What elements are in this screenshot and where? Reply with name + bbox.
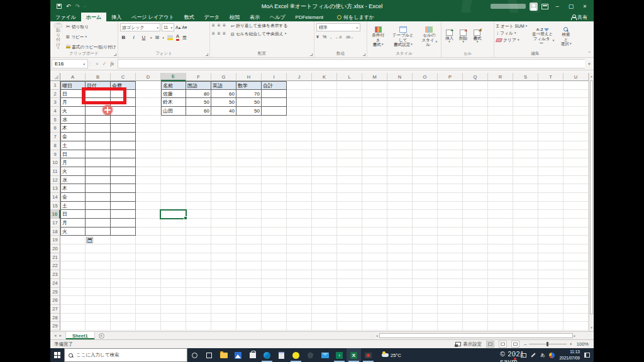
comma-style-button[interactable]: , <box>330 35 331 39</box>
cell-K24[interactable] <box>312 279 337 288</box>
cell-T16[interactable] <box>538 210 564 219</box>
cell-F15[interactable] <box>186 202 211 211</box>
color-circle-tray-icon[interactable] <box>549 353 555 358</box>
cell-L9[interactable] <box>337 150 362 159</box>
cell-O4[interactable] <box>413 107 438 116</box>
cell-E29[interactable] <box>161 322 186 331</box>
cell-H3[interactable]: 50 <box>236 98 262 107</box>
cell-F5[interactable] <box>186 116 211 124</box>
cell-T29[interactable] <box>538 322 564 331</box>
cell-I18[interactable] <box>262 228 287 236</box>
cell-K9[interactable] <box>312 150 337 159</box>
align-right-icon[interactable]: ≡ <box>223 31 226 36</box>
font-size-combobox[interactable]: 11 ▾ <box>162 23 174 31</box>
cell-H2[interactable]: 70 <box>236 90 262 99</box>
action-center-icon[interactable] <box>584 353 590 358</box>
cell-F17[interactable] <box>186 219 211 228</box>
cell-Q26[interactable] <box>463 296 488 305</box>
cell-T3[interactable] <box>538 98 564 107</box>
cell-D24[interactable] <box>136 279 161 288</box>
cell-N26[interactable] <box>387 296 413 305</box>
cell-A26[interactable] <box>60 296 86 305</box>
cell-L6[interactable] <box>337 124 362 133</box>
tab-file[interactable]: ファイル <box>50 13 81 21</box>
cell-R2[interactable] <box>488 90 513 99</box>
cell-N4[interactable] <box>387 107 413 116</box>
cell-D19[interactable] <box>136 236 161 244</box>
fill-button[interactable]: ↓ フィル ▾ <box>496 31 527 36</box>
cell-A29[interactable] <box>60 322 86 331</box>
mail-button[interactable] <box>318 348 332 362</box>
cell-K6[interactable] <box>312 124 337 133</box>
cell-M2[interactable] <box>362 90 387 99</box>
cell-P28[interactable] <box>438 314 463 322</box>
cell-F28[interactable] <box>186 314 211 322</box>
cell-F24[interactable] <box>186 279 211 288</box>
close-button[interactable]: × <box>580 3 590 9</box>
cell-C4[interactable] <box>111 107 136 116</box>
cell-B17[interactable] <box>86 219 111 228</box>
cell-K29[interactable] <box>312 322 337 331</box>
cell-E28[interactable] <box>161 314 186 322</box>
tab-review[interactable]: 校閲 <box>225 13 245 21</box>
cell-B11[interactable] <box>86 167 111 176</box>
cell-R27[interactable] <box>488 305 513 314</box>
zoom-in-button[interactable]: + <box>569 341 572 347</box>
cell-C12[interactable] <box>111 176 136 185</box>
cell-L18[interactable] <box>337 228 362 236</box>
cell-U8[interactable] <box>564 141 589 150</box>
cell-C17[interactable] <box>111 219 136 228</box>
cell-A7[interactable]: 金 <box>60 133 86 141</box>
cell-R18[interactable] <box>488 228 513 236</box>
cell-R14[interactable] <box>488 193 513 202</box>
save-icon[interactable] <box>57 4 62 9</box>
cell-D27[interactable] <box>136 305 161 314</box>
qat-customize-icon[interactable]: ▾ <box>84 4 86 8</box>
cell-S28[interactable] <box>513 314 538 322</box>
cell-K25[interactable] <box>312 288 337 297</box>
cell-E12[interactable] <box>161 176 186 185</box>
cell-N8[interactable] <box>387 141 413 150</box>
account-avatar[interactable] <box>530 3 538 11</box>
cell-U9[interactable] <box>564 150 589 159</box>
cell-J28[interactable] <box>287 314 312 322</box>
cell-Q18[interactable] <box>463 228 488 236</box>
cell-P11[interactable] <box>438 167 463 176</box>
cell-J21[interactable] <box>287 253 312 262</box>
cell-O28[interactable] <box>413 314 438 322</box>
wrap-text-button[interactable]: ↩ 折り返して全体を表示する <box>231 23 287 28</box>
cell-R26[interactable] <box>488 296 513 305</box>
cell-S10[interactable] <box>513 158 538 167</box>
row-header-18[interactable]: 18 <box>50 228 60 236</box>
cell-K13[interactable] <box>312 184 337 193</box>
cell-P23[interactable] <box>438 270 463 279</box>
cell-T25[interactable] <box>538 288 564 297</box>
cut-button[interactable]: ✂ 切り取り <box>66 25 116 30</box>
cell-A22[interactable] <box>60 261 86 270</box>
cell-O12[interactable] <box>413 176 438 185</box>
cell-P2[interactable] <box>438 90 463 99</box>
cell-B22[interactable] <box>86 261 111 270</box>
cell-Q19[interactable] <box>463 236 488 244</box>
cell-A14[interactable]: 金 <box>60 193 86 202</box>
cell-F14[interactable] <box>186 193 211 202</box>
cell-C11[interactable] <box>111 167 136 176</box>
collapse-ribbon-icon[interactable]: ⌃ <box>587 51 591 56</box>
tab-page-layout[interactable]: ページ レイアウト <box>126 13 179 21</box>
cell-F18[interactable] <box>186 228 211 236</box>
photos-button[interactable] <box>231 348 245 362</box>
cell-O25[interactable] <box>413 288 438 297</box>
tab-data[interactable]: データ <box>199 13 225 21</box>
row-header-22[interactable]: 22 <box>50 261 60 270</box>
scroll-up-icon[interactable]: ▴ <box>589 73 594 80</box>
cell-Q11[interactable] <box>463 167 488 176</box>
cell-M23[interactable] <box>362 270 387 279</box>
cell-I12[interactable] <box>262 176 287 185</box>
cell-T7[interactable] <box>538 133 564 141</box>
cell-D14[interactable] <box>136 193 161 202</box>
spreadsheet-grid[interactable]: ABCDEFGHIJKLMNOPQRSTU1曜日日付会費名前国語英語数学合計2日… <box>50 73 589 331</box>
cell-D3[interactable] <box>136 98 161 107</box>
cell-B7[interactable] <box>86 133 111 141</box>
cell-D9[interactable] <box>136 150 161 159</box>
cell-T12[interactable] <box>538 176 564 185</box>
